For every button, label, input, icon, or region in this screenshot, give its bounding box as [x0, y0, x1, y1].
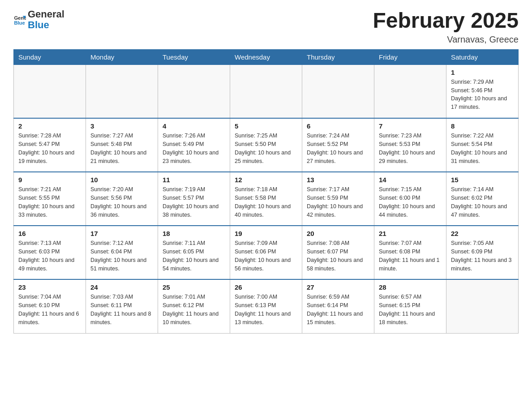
logo: General Blue General Blue [13, 9, 64, 30]
logo-blue: Blue [28, 20, 64, 30]
weekday-header-sunday: Sunday [14, 49, 86, 64]
day-info: Sunrise: 7:01 AMSunset: 6:12 PMDaylight:… [163, 293, 225, 326]
logo-general: General [28, 9, 64, 20]
day-info: Sunrise: 7:07 AMSunset: 6:08 PMDaylight:… [379, 239, 442, 273]
day-number: 1 [451, 68, 514, 76]
day-number: 3 [90, 122, 153, 130]
calendar-cell: 3Sunrise: 7:27 AMSunset: 5:48 PMDaylight… [86, 118, 158, 172]
day-info: Sunrise: 7:26 AMSunset: 5:49 PMDaylight:… [163, 132, 225, 165]
day-number: 23 [18, 283, 81, 291]
day-info: Sunrise: 7:28 AMSunset: 5:47 PMDaylight:… [18, 132, 81, 165]
day-info: Sunrise: 7:14 AMSunset: 6:02 PMDaylight:… [451, 185, 514, 219]
calendar-cell: 15Sunrise: 7:14 AMSunset: 6:02 PMDayligh… [446, 172, 519, 226]
location: Varnavas, Greece [373, 34, 519, 45]
week-row-2: 2Sunrise: 7:28 AMSunset: 5:47 PMDaylight… [14, 118, 519, 172]
day-number: 10 [90, 176, 153, 184]
calendar-cell: 28Sunrise: 6:57 AMSunset: 6:15 PMDayligh… [374, 279, 446, 333]
day-number: 11 [163, 176, 225, 184]
calendar-cell: 12Sunrise: 7:18 AMSunset: 5:58 PMDayligh… [230, 172, 302, 226]
day-info: Sunrise: 7:05 AMSunset: 6:09 PMDaylight:… [451, 239, 514, 273]
calendar-cell [14, 64, 86, 118]
week-row-5: 23Sunrise: 7:04 AMSunset: 6:10 PMDayligh… [14, 279, 519, 333]
weekday-header-monday: Monday [86, 49, 158, 64]
calendar-cell: 18Sunrise: 7:11 AMSunset: 6:05 PMDayligh… [158, 226, 230, 279]
calendar-cell: 2Sunrise: 7:28 AMSunset: 5:47 PMDaylight… [14, 118, 86, 172]
day-number: 28 [379, 283, 442, 291]
day-info: Sunrise: 7:04 AMSunset: 6:10 PMDaylight:… [18, 293, 81, 326]
calendar-cell [86, 64, 158, 118]
calendar-cell [374, 64, 446, 118]
calendar-cell: 5Sunrise: 7:25 AMSunset: 5:50 PMDaylight… [230, 118, 302, 172]
weekday-header-tuesday: Tuesday [158, 49, 230, 64]
day-number: 13 [307, 176, 369, 184]
calendar-cell [158, 64, 230, 118]
day-number: 24 [90, 283, 153, 291]
calendar-cell: 9Sunrise: 7:21 AMSunset: 5:55 PMDaylight… [14, 172, 86, 226]
calendar-cell: 6Sunrise: 7:24 AMSunset: 5:52 PMDaylight… [302, 118, 374, 172]
day-info: Sunrise: 7:03 AMSunset: 6:11 PMDaylight:… [90, 293, 153, 326]
calendar-cell: 13Sunrise: 7:17 AMSunset: 5:59 PMDayligh… [302, 172, 374, 226]
day-number: 4 [163, 122, 225, 130]
calendar-cell: 26Sunrise: 7:00 AMSunset: 6:13 PMDayligh… [230, 279, 302, 333]
day-number: 25 [163, 283, 225, 291]
weekday-header-thursday: Thursday [302, 49, 374, 64]
calendar-cell: 22Sunrise: 7:05 AMSunset: 6:09 PMDayligh… [446, 226, 519, 279]
day-info: Sunrise: 7:17 AMSunset: 5:59 PMDaylight:… [307, 185, 369, 219]
calendar-cell: 1Sunrise: 7:29 AMSunset: 5:46 PMDaylight… [446, 64, 519, 118]
calendar-cell [446, 279, 519, 333]
day-number: 14 [379, 176, 442, 184]
calendar-cell: 24Sunrise: 7:03 AMSunset: 6:11 PMDayligh… [86, 279, 158, 333]
day-info: Sunrise: 7:00 AMSunset: 6:13 PMDaylight:… [235, 293, 297, 326]
calendar-cell: 7Sunrise: 7:23 AMSunset: 5:53 PMDaylight… [374, 118, 446, 172]
day-number: 19 [235, 230, 297, 237]
day-info: Sunrise: 7:29 AMSunset: 5:46 PMDaylight:… [451, 78, 514, 111]
calendar-cell: 4Sunrise: 7:26 AMSunset: 5:49 PMDaylight… [158, 118, 230, 172]
day-number: 2 [18, 122, 81, 130]
calendar-cell: 27Sunrise: 6:59 AMSunset: 6:14 PMDayligh… [302, 279, 374, 333]
day-number: 8 [451, 122, 514, 130]
calendar-cell: 16Sunrise: 7:13 AMSunset: 6:03 PMDayligh… [14, 226, 86, 279]
svg-text:Blue: Blue [14, 20, 25, 26]
day-info: Sunrise: 6:57 AMSunset: 6:15 PMDaylight:… [379, 293, 442, 326]
calendar-cell: 25Sunrise: 7:01 AMSunset: 6:12 PMDayligh… [158, 279, 230, 333]
calendar-cell: 21Sunrise: 7:07 AMSunset: 6:08 PMDayligh… [374, 226, 446, 279]
day-number: 21 [379, 230, 442, 237]
weekday-header-wednesday: Wednesday [230, 49, 302, 64]
day-number: 20 [307, 230, 369, 237]
day-info: Sunrise: 7:27 AMSunset: 5:48 PMDaylight:… [90, 132, 153, 165]
day-number: 18 [163, 230, 225, 237]
day-number: 16 [18, 230, 81, 237]
day-number: 9 [18, 176, 81, 184]
calendar-cell: 17Sunrise: 7:12 AMSunset: 6:04 PMDayligh… [86, 226, 158, 279]
logo-icon: General Blue [13, 13, 26, 26]
day-number: 27 [307, 283, 369, 291]
month-title: February 2025 [373, 9, 519, 33]
day-info: Sunrise: 6:59 AMSunset: 6:14 PMDaylight:… [307, 293, 369, 326]
weekday-header-friday: Friday [374, 49, 446, 64]
day-number: 5 [235, 122, 297, 130]
calendar-cell: 14Sunrise: 7:15 AMSunset: 6:00 PMDayligh… [374, 172, 446, 226]
day-number: 26 [235, 283, 297, 291]
day-info: Sunrise: 7:24 AMSunset: 5:52 PMDaylight:… [307, 132, 369, 165]
week-row-1: 1Sunrise: 7:29 AMSunset: 5:46 PMDaylight… [14, 64, 519, 118]
page-header: General Blue General Blue February 2025 … [13, 9, 519, 45]
day-info: Sunrise: 7:21 AMSunset: 5:55 PMDaylight:… [18, 185, 81, 219]
day-number: 7 [379, 122, 442, 130]
weekday-header-saturday: Saturday [446, 49, 519, 64]
week-row-4: 16Sunrise: 7:13 AMSunset: 6:03 PMDayligh… [14, 226, 519, 279]
day-info: Sunrise: 7:20 AMSunset: 5:56 PMDaylight:… [90, 185, 153, 219]
day-info: Sunrise: 7:25 AMSunset: 5:50 PMDaylight:… [235, 132, 297, 165]
day-number: 22 [451, 230, 514, 237]
day-info: Sunrise: 7:09 AMSunset: 6:06 PMDaylight:… [235, 239, 297, 273]
day-info: Sunrise: 7:19 AMSunset: 5:57 PMDaylight:… [163, 185, 225, 219]
weekday-header-row: SundayMondayTuesdayWednesdayThursdayFrid… [14, 49, 519, 64]
calendar-cell: 11Sunrise: 7:19 AMSunset: 5:57 PMDayligh… [158, 172, 230, 226]
calendar-cell [302, 64, 374, 118]
day-info: Sunrise: 7:22 AMSunset: 5:54 PMDaylight:… [451, 132, 514, 165]
calendar-cell: 10Sunrise: 7:20 AMSunset: 5:56 PMDayligh… [86, 172, 158, 226]
week-row-3: 9Sunrise: 7:21 AMSunset: 5:55 PMDaylight… [14, 172, 519, 226]
day-number: 15 [451, 176, 514, 184]
day-number: 17 [90, 230, 153, 237]
calendar-cell: 23Sunrise: 7:04 AMSunset: 6:10 PMDayligh… [14, 279, 86, 333]
title-section: February 2025 Varnavas, Greece [373, 9, 519, 45]
